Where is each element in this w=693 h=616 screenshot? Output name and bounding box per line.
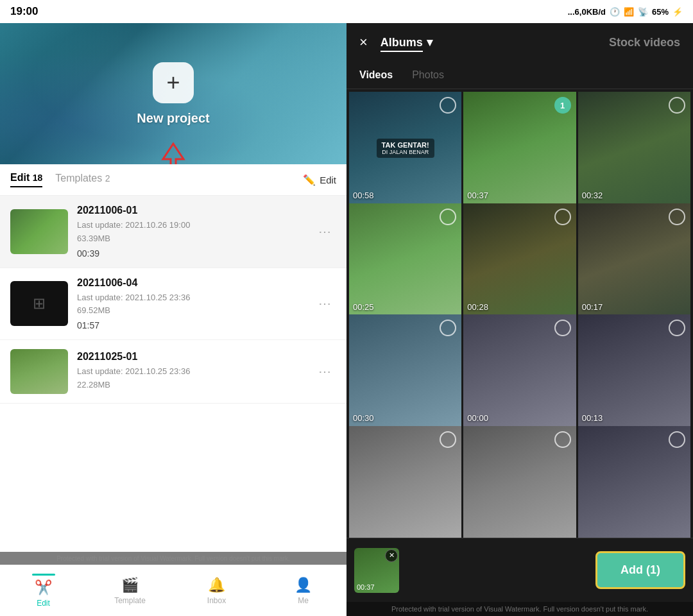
select-circle[interactable]: [440, 431, 456, 448]
selected-preview-thumbnail: ✕ 00:37: [354, 548, 399, 593]
nav-label-edit: Edit: [37, 599, 50, 608]
list-item[interactable]: 00:32: [578, 92, 690, 204]
close-button[interactable]: ×: [359, 35, 368, 49]
broken-media-icon: ⊞: [33, 295, 46, 312]
media-tabs: Videos Photos: [346, 62, 693, 89]
video-duration: 00:25: [353, 302, 374, 312]
tab-templates[interactable]: Templates 2: [55, 173, 110, 187]
video-duration: 00:32: [582, 191, 603, 200]
table-row[interactable]: ⊞ 20211006-04 Last update: 2021.10.25 23…: [0, 268, 346, 341]
project-name: 20211006-01: [77, 205, 313, 216]
video-duration: 00:37: [467, 191, 488, 200]
video-duration: 00:30: [353, 413, 374, 423]
project-list: 20211006-01 Last update: 2021.10.26 19:0…: [0, 196, 346, 552]
project-thumbnail: [10, 349, 68, 394]
project-name: 20211025-01: [77, 351, 313, 363]
list-item[interactable]: 00:37 1: [463, 92, 576, 204]
battery-icon: ⚡: [672, 7, 683, 17]
list-item[interactable]: [349, 426, 461, 538]
status-bar-right: ...6,0KB/d 🕐 📶 📡 65% ⚡: [568, 7, 683, 17]
list-item[interactable]: [463, 426, 576, 538]
project-thumbnail: [10, 209, 68, 254]
stock-videos-button[interactable]: Stock videos: [609, 36, 680, 49]
project-name: 20211006-04: [77, 277, 313, 289]
network-info: ...6,0KB/d: [568, 7, 606, 17]
project-meta: Last update: 2021.10.25 23:36 22.28MB: [77, 365, 313, 392]
list-item[interactable]: 00:13: [578, 314, 690, 427]
nav-item-me[interactable]: 👤 Me: [260, 565, 346, 616]
selected-preview-duration: 00:37: [357, 583, 375, 591]
battery-info: 65%: [652, 7, 669, 17]
chevron-down-icon: ▾: [427, 35, 432, 49]
edit-label: Edit: [320, 175, 336, 185]
albums-label: Albums: [381, 36, 423, 49]
video-duration: 00:00: [467, 413, 488, 423]
video-duration: 00:13: [582, 413, 603, 423]
bottom-selected-bar: ✕ 00:37 Add (1): [346, 538, 693, 602]
list-item[interactable]: [578, 426, 690, 538]
nav-item-inbox[interactable]: 🔔 Inbox: [173, 565, 260, 616]
nav-label-me: Me: [298, 596, 309, 605]
more-options-button[interactable]: ⋯: [313, 219, 336, 244]
time: 19:00: [10, 5, 38, 18]
select-circle-selected[interactable]: 1: [554, 97, 571, 114]
project-duration: 01:57: [77, 320, 313, 330]
more-options-button[interactable]: ⋯: [313, 291, 336, 316]
bottom-nav: ✂️ Edit 🎬 Template 🔔 Inbox 👤 Me: [0, 565, 346, 616]
tab-edit[interactable]: Edit 18: [10, 172, 42, 187]
tab-photos[interactable]: Photos: [412, 62, 457, 89]
bell-icon: 🔔: [208, 577, 225, 594]
list-item[interactable]: 00:25: [349, 203, 461, 316]
select-circle[interactable]: [440, 209, 456, 225]
project-info: 20211025-01 Last update: 2021.10.25 23:3…: [77, 351, 313, 392]
tabs-row: Edit 18 Templates 2 ✏️ Edit: [0, 164, 346, 196]
albums-button[interactable]: Albums ▾: [381, 35, 432, 49]
scissors-icon: ✂️: [35, 579, 52, 596]
video-duration: 00:28: [467, 302, 488, 312]
list-item[interactable]: 00:17: [578, 203, 690, 316]
arrow-down-icon: [160, 139, 186, 164]
list-item[interactable]: 00:28: [463, 203, 576, 316]
select-circle[interactable]: [554, 431, 571, 448]
table-row[interactable]: 20211006-01 Last update: 2021.10.26 19:0…: [0, 196, 346, 268]
remove-selected-button[interactable]: ✕: [385, 549, 398, 562]
watermark-bar: Protected with trial version of Visual W…: [0, 552, 346, 565]
new-project-plus-icon: +: [153, 62, 194, 103]
edit-button[interactable]: ✏️ Edit: [303, 174, 336, 186]
select-circle[interactable]: [554, 320, 571, 336]
select-circle[interactable]: [669, 431, 685, 448]
nav-label-inbox: Inbox: [207, 596, 226, 605]
list-item[interactable]: 00:30: [349, 314, 461, 427]
wifi-icon: 📡: [638, 7, 648, 17]
tab-videos[interactable]: Videos: [359, 62, 406, 89]
right-watermark: Protected with trial version of Visual W…: [346, 602, 693, 616]
person-icon: 👤: [295, 577, 312, 594]
project-thumbnail: ⊞: [10, 281, 68, 326]
signal-icon: 📶: [624, 7, 634, 17]
add-button[interactable]: Add (1): [595, 551, 685, 589]
media-grid: TAK GENTAR! DI JALAN BENAR 00:58 00:37 1…: [346, 89, 693, 538]
list-item[interactable]: 00:00: [463, 314, 576, 427]
select-circle[interactable]: [669, 320, 685, 336]
nav-item-template[interactable]: 🎬 Template: [87, 565, 173, 616]
video-duration: 00:17: [582, 302, 603, 312]
project-info: 20211006-01 Last update: 2021.10.26 19:0…: [77, 205, 313, 259]
select-circle[interactable]: [669, 209, 685, 225]
new-project-label: New project: [137, 111, 209, 126]
main-content: + New project Edit 18 Templates 2 ✏️ Edi…: [0, 23, 693, 616]
active-indicator: [32, 574, 55, 576]
list-item[interactable]: TAK GENTAR! DI JALAN BENAR 00:58: [349, 92, 461, 204]
table-row[interactable]: 20211025-01 Last update: 2021.10.25 23:3…: [0, 340, 346, 404]
film-icon: 🎬: [121, 577, 139, 594]
video-duration: 00:58: [353, 191, 374, 200]
more-options-button[interactable]: ⋯: [313, 359, 336, 384]
select-circle[interactable]: [669, 97, 685, 114]
select-circle[interactable]: [554, 209, 571, 225]
project-info: 20211006-04 Last update: 2021.10.25 23:3…: [77, 277, 313, 331]
project-meta: Last update: 2021.10.25 23:36 69.52MB: [77, 291, 313, 318]
nav-item-edit[interactable]: ✂️ Edit: [0, 565, 87, 616]
new-project-banner[interactable]: + New project: [0, 23, 346, 164]
left-panel: + New project Edit 18 Templates 2 ✏️ Edi…: [0, 23, 346, 616]
project-meta: Last update: 2021.10.26 19:00 63.39MB: [77, 219, 313, 246]
right-panel: × Albums ▾ Stock videos Videos Photos TA…: [346, 23, 693, 616]
